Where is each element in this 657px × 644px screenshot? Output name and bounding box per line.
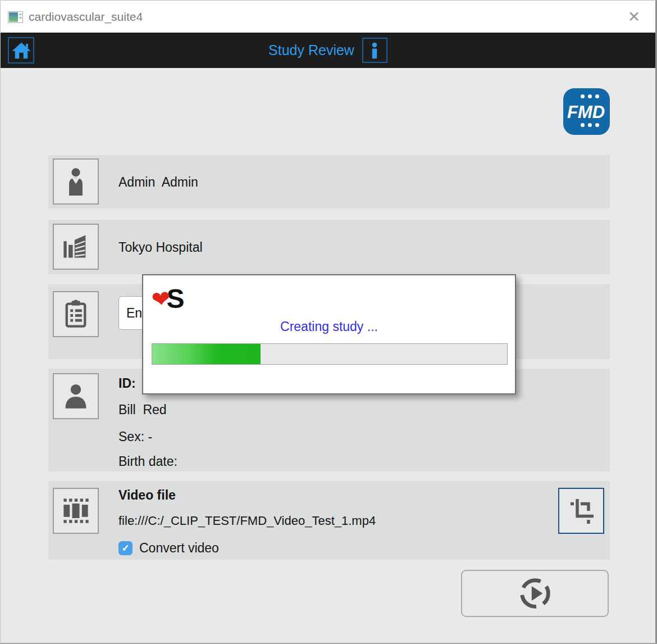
- patient-birthdate-label: Birth date:: [118, 454, 177, 469]
- video-file-title: Video file: [118, 488, 176, 503]
- clipboard-icon: [53, 291, 99, 337]
- convert-video-option: ✓ Convert video: [118, 541, 219, 556]
- dialog-logo: ❤ S: [152, 285, 185, 312]
- convert-video-label: Convert video: [139, 541, 219, 556]
- user-row: Admin Admin: [48, 155, 610, 208]
- progress-fill: [152, 344, 261, 364]
- heart-icon: ❤: [150, 287, 172, 311]
- dialog-message: Creating study ...: [143, 319, 515, 334]
- page-title: Study Review: [268, 42, 354, 58]
- progress-bar: [152, 343, 508, 365]
- convert-video-checkbox[interactable]: ✓: [118, 541, 133, 555]
- film-strip-icon: [53, 488, 99, 534]
- play-circle-icon: [517, 575, 553, 611]
- fmd-logo-label: FMD: [567, 102, 605, 123]
- crop-button[interactable]: [558, 488, 604, 534]
- top-navigation-bar: Study Review: [1, 33, 655, 68]
- hospital-name-label: Tokyo Hospital: [118, 239, 203, 255]
- creating-study-dialog: ❤ S Creating study ...: [142, 274, 516, 394]
- hospital-row: Tokyo Hospital: [48, 220, 610, 274]
- title-bar: cardiovascular_suite4 ✕: [1, 1, 655, 33]
- hospital-building-icon: [53, 224, 99, 270]
- info-icon: [365, 41, 384, 60]
- patient-name-label: Bill Red: [118, 402, 167, 418]
- close-icon[interactable]: ✕: [624, 7, 644, 26]
- fmd-dots-bottom: [581, 123, 599, 127]
- video-file-path: file:///C:/_CLIP_TEST/FMD_Video_Test_1.m…: [118, 514, 376, 528]
- patient-id-label: ID:: [118, 376, 136, 391]
- app-icon: [8, 11, 23, 23]
- home-button[interactable]: [8, 37, 34, 64]
- user-name-label: Admin Admin: [118, 174, 198, 189]
- play-button[interactable]: [461, 570, 609, 617]
- fmd-logo: FMD: [563, 88, 610, 135]
- patient-sex-label: Sex: -: [118, 429, 152, 445]
- crop-icon: [565, 495, 597, 527]
- user-suit-icon: [53, 158, 99, 205]
- patient-silhouette-icon: [53, 373, 99, 419]
- fmd-dots-top: [581, 94, 599, 98]
- video-row: Video file file:///C:/_CLIP_TEST/FMD_Vid…: [48, 481, 610, 560]
- home-icon: [11, 40, 31, 61]
- info-button[interactable]: [362, 38, 387, 63]
- window-title: cardiovascular_suite4: [29, 10, 143, 24]
- app-window: cardiovascular_suite4 ✕ Study Review: [0, 0, 657, 644]
